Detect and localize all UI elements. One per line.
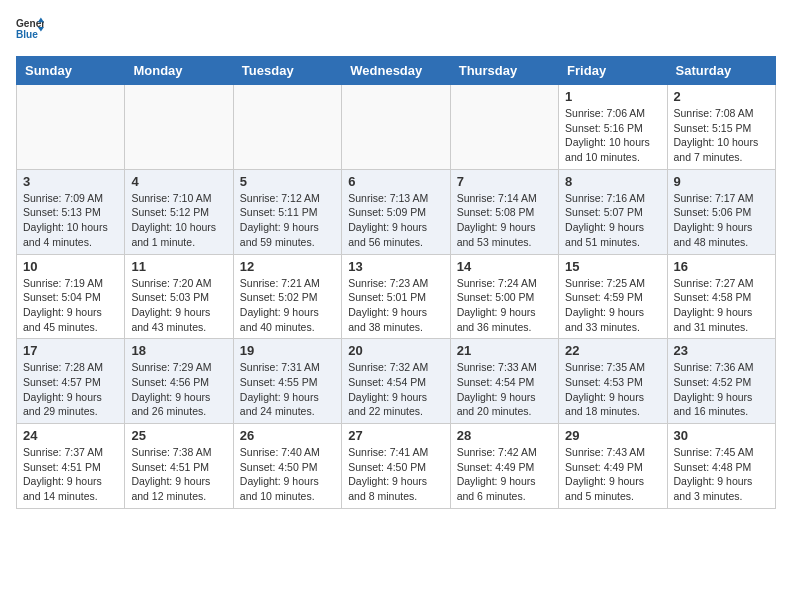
day-number: 17 (23, 343, 118, 358)
calendar-week-row: 17Sunrise: 7:28 AM Sunset: 4:57 PM Dayli… (17, 339, 776, 424)
day-info: Sunrise: 7:06 AM Sunset: 5:16 PM Dayligh… (565, 106, 660, 165)
day-info: Sunrise: 7:21 AM Sunset: 5:02 PM Dayligh… (240, 276, 335, 335)
day-number: 20 (348, 343, 443, 358)
day-number: 5 (240, 174, 335, 189)
calendar-cell: 18Sunrise: 7:29 AM Sunset: 4:56 PM Dayli… (125, 339, 233, 424)
day-number: 3 (23, 174, 118, 189)
day-info: Sunrise: 7:14 AM Sunset: 5:08 PM Dayligh… (457, 191, 552, 250)
day-number: 15 (565, 259, 660, 274)
weekday-header: Thursday (450, 57, 558, 85)
day-info: Sunrise: 7:17 AM Sunset: 5:06 PM Dayligh… (674, 191, 769, 250)
day-number: 29 (565, 428, 660, 443)
calendar-cell: 29Sunrise: 7:43 AM Sunset: 4:49 PM Dayli… (559, 424, 667, 509)
day-info: Sunrise: 7:10 AM Sunset: 5:12 PM Dayligh… (131, 191, 226, 250)
day-number: 18 (131, 343, 226, 358)
calendar-cell: 30Sunrise: 7:45 AM Sunset: 4:48 PM Dayli… (667, 424, 775, 509)
calendar-cell: 25Sunrise: 7:38 AM Sunset: 4:51 PM Dayli… (125, 424, 233, 509)
weekday-header: Sunday (17, 57, 125, 85)
day-info: Sunrise: 7:45 AM Sunset: 4:48 PM Dayligh… (674, 445, 769, 504)
day-number: 12 (240, 259, 335, 274)
day-number: 16 (674, 259, 769, 274)
calendar-cell: 19Sunrise: 7:31 AM Sunset: 4:55 PM Dayli… (233, 339, 341, 424)
calendar-cell (233, 85, 341, 170)
day-number: 13 (348, 259, 443, 274)
calendar-week-row: 10Sunrise: 7:19 AM Sunset: 5:04 PM Dayli… (17, 254, 776, 339)
day-info: Sunrise: 7:31 AM Sunset: 4:55 PM Dayligh… (240, 360, 335, 419)
calendar-cell: 20Sunrise: 7:32 AM Sunset: 4:54 PM Dayli… (342, 339, 450, 424)
day-info: Sunrise: 7:41 AM Sunset: 4:50 PM Dayligh… (348, 445, 443, 504)
day-number: 23 (674, 343, 769, 358)
calendar-cell: 2Sunrise: 7:08 AM Sunset: 5:15 PM Daylig… (667, 85, 775, 170)
day-number: 25 (131, 428, 226, 443)
calendar-cell: 16Sunrise: 7:27 AM Sunset: 4:58 PM Dayli… (667, 254, 775, 339)
day-info: Sunrise: 7:25 AM Sunset: 4:59 PM Dayligh… (565, 276, 660, 335)
day-info: Sunrise: 7:12 AM Sunset: 5:11 PM Dayligh… (240, 191, 335, 250)
calendar-cell: 22Sunrise: 7:35 AM Sunset: 4:53 PM Dayli… (559, 339, 667, 424)
calendar-cell: 24Sunrise: 7:37 AM Sunset: 4:51 PM Dayli… (17, 424, 125, 509)
day-info: Sunrise: 7:36 AM Sunset: 4:52 PM Dayligh… (674, 360, 769, 419)
calendar-cell: 26Sunrise: 7:40 AM Sunset: 4:50 PM Dayli… (233, 424, 341, 509)
weekday-header: Wednesday (342, 57, 450, 85)
logo: General Blue (16, 16, 44, 44)
day-number: 2 (674, 89, 769, 104)
day-info: Sunrise: 7:16 AM Sunset: 5:07 PM Dayligh… (565, 191, 660, 250)
day-number: 27 (348, 428, 443, 443)
day-number: 7 (457, 174, 552, 189)
calendar-cell: 1Sunrise: 7:06 AM Sunset: 5:16 PM Daylig… (559, 85, 667, 170)
calendar-cell: 6Sunrise: 7:13 AM Sunset: 5:09 PM Daylig… (342, 169, 450, 254)
calendar-cell: 10Sunrise: 7:19 AM Sunset: 5:04 PM Dayli… (17, 254, 125, 339)
calendar-cell: 21Sunrise: 7:33 AM Sunset: 4:54 PM Dayli… (450, 339, 558, 424)
day-info: Sunrise: 7:29 AM Sunset: 4:56 PM Dayligh… (131, 360, 226, 419)
day-number: 8 (565, 174, 660, 189)
day-info: Sunrise: 7:23 AM Sunset: 5:01 PM Dayligh… (348, 276, 443, 335)
calendar-cell (450, 85, 558, 170)
calendar-cell: 27Sunrise: 7:41 AM Sunset: 4:50 PM Dayli… (342, 424, 450, 509)
weekday-header: Friday (559, 57, 667, 85)
day-info: Sunrise: 7:37 AM Sunset: 4:51 PM Dayligh… (23, 445, 118, 504)
day-number: 21 (457, 343, 552, 358)
day-info: Sunrise: 7:35 AM Sunset: 4:53 PM Dayligh… (565, 360, 660, 419)
day-number: 22 (565, 343, 660, 358)
calendar-cell: 9Sunrise: 7:17 AM Sunset: 5:06 PM Daylig… (667, 169, 775, 254)
day-info: Sunrise: 7:33 AM Sunset: 4:54 PM Dayligh… (457, 360, 552, 419)
weekday-header: Monday (125, 57, 233, 85)
day-number: 6 (348, 174, 443, 189)
calendar-cell: 7Sunrise: 7:14 AM Sunset: 5:08 PM Daylig… (450, 169, 558, 254)
calendar-cell: 11Sunrise: 7:20 AM Sunset: 5:03 PM Dayli… (125, 254, 233, 339)
header: General Blue (16, 16, 776, 44)
day-info: Sunrise: 7:08 AM Sunset: 5:15 PM Dayligh… (674, 106, 769, 165)
calendar-cell: 5Sunrise: 7:12 AM Sunset: 5:11 PM Daylig… (233, 169, 341, 254)
day-number: 14 (457, 259, 552, 274)
day-info: Sunrise: 7:38 AM Sunset: 4:51 PM Dayligh… (131, 445, 226, 504)
weekday-header-row: SundayMondayTuesdayWednesdayThursdayFrid… (17, 57, 776, 85)
day-info: Sunrise: 7:24 AM Sunset: 5:00 PM Dayligh… (457, 276, 552, 335)
day-info: Sunrise: 7:42 AM Sunset: 4:49 PM Dayligh… (457, 445, 552, 504)
calendar-cell: 12Sunrise: 7:21 AM Sunset: 5:02 PM Dayli… (233, 254, 341, 339)
day-info: Sunrise: 7:27 AM Sunset: 4:58 PM Dayligh… (674, 276, 769, 335)
calendar-cell (125, 85, 233, 170)
calendar-cell: 15Sunrise: 7:25 AM Sunset: 4:59 PM Dayli… (559, 254, 667, 339)
day-info: Sunrise: 7:28 AM Sunset: 4:57 PM Dayligh… (23, 360, 118, 419)
day-info: Sunrise: 7:32 AM Sunset: 4:54 PM Dayligh… (348, 360, 443, 419)
calendar-cell: 17Sunrise: 7:28 AM Sunset: 4:57 PM Dayli… (17, 339, 125, 424)
day-info: Sunrise: 7:13 AM Sunset: 5:09 PM Dayligh… (348, 191, 443, 250)
svg-text:Blue: Blue (16, 29, 38, 40)
logo-icon: General Blue (16, 16, 44, 44)
day-number: 19 (240, 343, 335, 358)
day-info: Sunrise: 7:20 AM Sunset: 5:03 PM Dayligh… (131, 276, 226, 335)
day-number: 28 (457, 428, 552, 443)
day-number: 4 (131, 174, 226, 189)
day-number: 9 (674, 174, 769, 189)
weekday-header: Saturday (667, 57, 775, 85)
calendar: SundayMondayTuesdayWednesdayThursdayFrid… (16, 56, 776, 509)
weekday-header: Tuesday (233, 57, 341, 85)
calendar-week-row: 1Sunrise: 7:06 AM Sunset: 5:16 PM Daylig… (17, 85, 776, 170)
day-info: Sunrise: 7:43 AM Sunset: 4:49 PM Dayligh… (565, 445, 660, 504)
calendar-cell: 23Sunrise: 7:36 AM Sunset: 4:52 PM Dayli… (667, 339, 775, 424)
calendar-cell: 13Sunrise: 7:23 AM Sunset: 5:01 PM Dayli… (342, 254, 450, 339)
calendar-cell: 14Sunrise: 7:24 AM Sunset: 5:00 PM Dayli… (450, 254, 558, 339)
day-info: Sunrise: 7:19 AM Sunset: 5:04 PM Dayligh… (23, 276, 118, 335)
calendar-week-row: 24Sunrise: 7:37 AM Sunset: 4:51 PM Dayli… (17, 424, 776, 509)
day-number: 11 (131, 259, 226, 274)
calendar-cell: 3Sunrise: 7:09 AM Sunset: 5:13 PM Daylig… (17, 169, 125, 254)
